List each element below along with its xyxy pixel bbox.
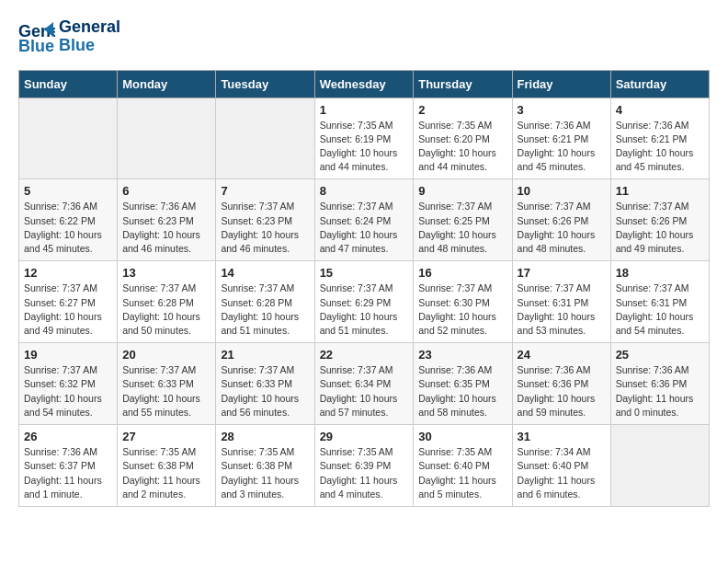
day-info: Sunrise: 7:37 AM Sunset: 6:33 PM Dayligh… [122,363,210,419]
weekday-header-friday: Friday [512,70,610,98]
day-number: 6 [122,184,210,198]
day-cell: 10Sunrise: 7:37 AM Sunset: 6:26 PM Dayli… [512,179,610,261]
day-cell: 27Sunrise: 7:35 AM Sunset: 6:38 PM Dayli… [118,425,216,507]
day-number: 11 [616,184,704,198]
day-info: Sunrise: 7:37 AM Sunset: 6:34 PM Dayligh… [320,363,409,419]
day-info: Sunrise: 7:35 AM Sunset: 6:38 PM Dayligh… [122,445,210,501]
day-number: 12 [24,266,112,280]
day-cell: 8Sunrise: 7:37 AM Sunset: 6:24 PM Daylig… [314,179,414,261]
day-number: 25 [616,348,704,362]
day-cell [19,98,118,179]
day-cell: 6Sunrise: 7:36 AM Sunset: 6:23 PM Daylig… [118,179,216,261]
day-info: Sunrise: 7:37 AM Sunset: 6:27 PM Dayligh… [24,282,112,338]
day-info: Sunrise: 7:37 AM Sunset: 6:26 PM Dayligh… [616,200,704,256]
day-number: 16 [418,266,506,280]
day-info: Sunrise: 7:37 AM Sunset: 6:23 PM Dayligh… [221,200,309,256]
weekday-header-saturday: Saturday [610,70,709,98]
week-row-5: 26Sunrise: 7:36 AM Sunset: 6:37 PM Dayli… [19,425,710,507]
day-number: 5 [24,184,112,198]
day-cell: 7Sunrise: 7:37 AM Sunset: 6:23 PM Daylig… [216,179,314,261]
weekday-header-thursday: Thursday [414,70,512,98]
day-cell: 26Sunrise: 7:36 AM Sunset: 6:37 PM Dayli… [19,425,118,507]
day-info: Sunrise: 7:36 AM Sunset: 6:35 PM Dayligh… [418,363,506,419]
day-number: 31 [518,430,606,443]
day-number: 13 [122,266,210,280]
day-cell: 28Sunrise: 7:35 AM Sunset: 6:38 PM Dayli… [216,425,314,507]
day-number: 4 [616,103,704,117]
day-number: 15 [320,266,409,280]
day-number: 17 [518,266,606,280]
day-number: 3 [518,103,606,117]
day-number: 1 [320,103,409,117]
header: General Blue General Blue [18,18,710,55]
svg-text:Blue: Blue [18,37,54,53]
day-info: Sunrise: 7:35 AM Sunset: 6:20 PM Dayligh… [418,119,506,175]
day-cell: 29Sunrise: 7:35 AM Sunset: 6:39 PM Dayli… [314,425,414,507]
day-cell: 11Sunrise: 7:37 AM Sunset: 6:26 PM Dayli… [610,179,709,261]
day-number: 9 [418,184,506,198]
week-row-3: 12Sunrise: 7:37 AM Sunset: 6:27 PM Dayli… [19,261,710,343]
day-number: 22 [320,348,409,362]
day-info: Sunrise: 7:36 AM Sunset: 6:36 PM Dayligh… [518,363,606,419]
logo-icon: General Blue [18,20,55,53]
day-cell: 14Sunrise: 7:37 AM Sunset: 6:28 PM Dayli… [216,261,314,343]
day-number: 10 [518,184,606,198]
day-info: Sunrise: 7:37 AM Sunset: 6:29 PM Dayligh… [320,282,409,338]
day-cell: 3Sunrise: 7:36 AM Sunset: 6:21 PM Daylig… [512,98,610,179]
day-number: 7 [221,184,309,198]
day-number: 21 [221,348,309,362]
day-cell: 19Sunrise: 7:37 AM Sunset: 6:32 PM Dayli… [19,343,118,425]
day-info: Sunrise: 7:34 AM Sunset: 6:40 PM Dayligh… [518,445,606,501]
day-number: 19 [24,348,112,362]
day-info: Sunrise: 7:37 AM Sunset: 6:28 PM Dayligh… [221,282,309,338]
day-cell: 25Sunrise: 7:36 AM Sunset: 6:36 PM Dayli… [610,343,709,425]
day-cell: 1Sunrise: 7:35 AM Sunset: 6:19 PM Daylig… [314,98,414,179]
weekday-header-monday: Monday [118,70,216,98]
day-cell: 2Sunrise: 7:35 AM Sunset: 6:20 PM Daylig… [414,98,512,179]
calendar: SundayMondayTuesdayWednesdayThursdayFrid… [18,70,710,507]
day-cell: 4Sunrise: 7:36 AM Sunset: 6:21 PM Daylig… [610,98,709,179]
weekday-header-tuesday: Tuesday [216,70,314,98]
day-number: 14 [221,266,309,280]
day-number: 27 [122,430,210,443]
day-cell: 22Sunrise: 7:37 AM Sunset: 6:34 PM Dayli… [314,343,414,425]
day-cell [118,98,216,179]
day-info: Sunrise: 7:37 AM Sunset: 6:24 PM Dayligh… [320,200,409,256]
day-cell: 24Sunrise: 7:36 AM Sunset: 6:36 PM Dayli… [512,343,610,425]
day-info: Sunrise: 7:37 AM Sunset: 6:25 PM Dayligh… [418,200,506,256]
day-info: Sunrise: 7:37 AM Sunset: 6:30 PM Dayligh… [418,282,506,338]
day-cell: 13Sunrise: 7:37 AM Sunset: 6:28 PM Dayli… [118,261,216,343]
logo-blue: Blue [59,37,120,55]
week-row-4: 19Sunrise: 7:37 AM Sunset: 6:32 PM Dayli… [19,343,710,425]
day-info: Sunrise: 7:36 AM Sunset: 6:37 PM Dayligh… [24,445,112,501]
day-cell: 18Sunrise: 7:37 AM Sunset: 6:31 PM Dayli… [610,261,709,343]
day-number: 2 [418,103,506,117]
day-number: 28 [221,430,309,443]
day-cell [216,98,314,179]
day-cell: 9Sunrise: 7:37 AM Sunset: 6:25 PM Daylig… [414,179,512,261]
day-info: Sunrise: 7:35 AM Sunset: 6:40 PM Dayligh… [418,445,506,501]
day-number: 23 [418,348,506,362]
week-row-1: 1Sunrise: 7:35 AM Sunset: 6:19 PM Daylig… [19,98,710,179]
week-row-2: 5Sunrise: 7:36 AM Sunset: 6:22 PM Daylig… [19,179,710,261]
day-number: 30 [418,430,506,443]
logo-general: General [59,18,120,37]
day-info: Sunrise: 7:36 AM Sunset: 6:21 PM Dayligh… [518,119,606,175]
day-info: Sunrise: 7:37 AM Sunset: 6:31 PM Dayligh… [518,282,606,338]
day-info: Sunrise: 7:36 AM Sunset: 6:21 PM Dayligh… [616,119,704,175]
day-cell: 5Sunrise: 7:36 AM Sunset: 6:22 PM Daylig… [19,179,118,261]
day-info: Sunrise: 7:37 AM Sunset: 6:31 PM Dayligh… [616,282,704,338]
day-info: Sunrise: 7:36 AM Sunset: 6:22 PM Dayligh… [24,200,112,256]
day-number: 24 [518,348,606,362]
logo: General Blue General Blue [18,18,120,55]
day-info: Sunrise: 7:36 AM Sunset: 6:23 PM Dayligh… [122,200,210,256]
day-number: 20 [122,348,210,362]
day-cell: 31Sunrise: 7:34 AM Sunset: 6:40 PM Dayli… [512,425,610,507]
day-info: Sunrise: 7:37 AM Sunset: 6:33 PM Dayligh… [221,363,309,419]
day-cell: 17Sunrise: 7:37 AM Sunset: 6:31 PM Dayli… [512,261,610,343]
day-cell [610,425,709,507]
day-cell: 16Sunrise: 7:37 AM Sunset: 6:30 PM Dayli… [414,261,512,343]
day-cell: 23Sunrise: 7:36 AM Sunset: 6:35 PM Dayli… [414,343,512,425]
day-info: Sunrise: 7:37 AM Sunset: 6:28 PM Dayligh… [122,282,210,338]
day-info: Sunrise: 7:36 AM Sunset: 6:36 PM Dayligh… [616,363,704,419]
